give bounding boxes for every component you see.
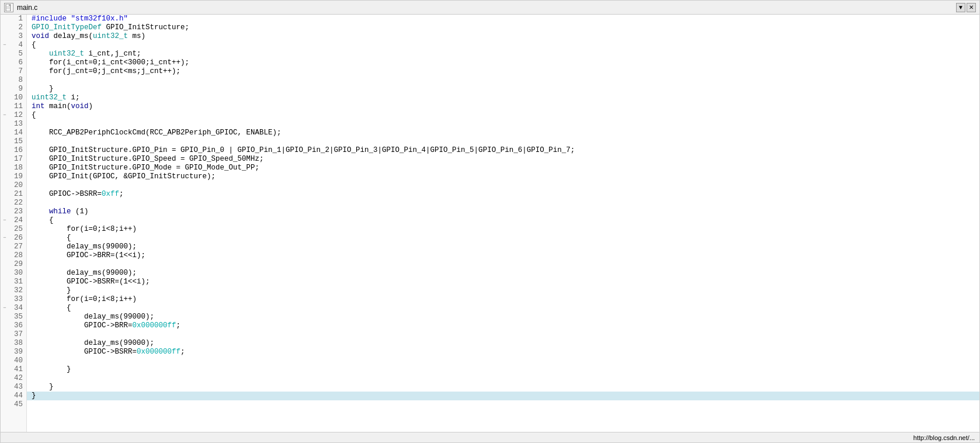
token-type: uint32_t <box>32 94 67 102</box>
line-number: 14 <box>1 129 26 137</box>
code-line: uint32_t i; <box>27 94 979 102</box>
token-plain: for(i_cnt=0;i_cnt<3000;i_cnt++); <box>32 58 189 67</box>
token-type: GPIO_InitTypeDef <box>32 23 102 32</box>
line-number: 17 <box>1 155 26 164</box>
code-line: GPIOC->BRR=0x000000ff; <box>27 321 979 330</box>
token-plain: delay_ms(99000); <box>32 243 137 251</box>
token-plain: ; <box>176 321 181 330</box>
line-number: −26 <box>1 234 26 243</box>
token-plain: GPIOC->BSRR= <box>32 348 137 357</box>
token-plain: { <box>32 41 36 50</box>
fold-icon[interactable]: − <box>2 43 8 49</box>
token-plain: } <box>32 286 71 295</box>
token-pp: #include "stm32f10x.h" <box>32 15 128 23</box>
token-plain: GPIO_InitStructure.GPIO_Pin = GPIO_Pin_0… <box>32 146 575 155</box>
code-line: } <box>27 85 979 94</box>
line-number: 39 <box>1 348 26 357</box>
line-number: 15 <box>1 137 26 146</box>
svg-rect-1 <box>9 4 11 6</box>
line-number: −12 <box>1 111 26 120</box>
code-area: 123−4567891011−121314151617181920212223−… <box>1 15 979 432</box>
line-number: 43 <box>1 383 26 392</box>
token-plain: GPIOC->BSRR=(1<<i); <box>32 278 150 286</box>
token-num: 0xff <box>102 190 119 199</box>
line-number: 25 <box>1 225 26 234</box>
line-number: 23 <box>1 207 26 216</box>
token-plain: GPIOC->BRR= <box>32 321 133 330</box>
line-number: 42 <box>1 374 26 383</box>
code-line: { <box>27 216 979 225</box>
token-plain: delay_ms(99000); <box>32 313 154 321</box>
line-number: −24 <box>1 216 26 225</box>
token-plain: GPIO_InitStructure; <box>102 23 189 32</box>
line-number: 1 <box>1 15 26 23</box>
code-line: { <box>27 304 979 313</box>
token-type: uint32_t <box>93 32 128 41</box>
line-number: 41 <box>1 365 26 374</box>
line-number: 40 <box>1 357 26 365</box>
code-line: delay_ms(99000); <box>27 339 979 348</box>
code-line: { <box>27 41 979 50</box>
code-line: uint32_t i_cnt,j_cnt; <box>27 50 979 58</box>
code-line: delay_ms(99000); <box>27 269 979 278</box>
token-kw: int <box>32 102 45 111</box>
token-plain <box>32 207 49 216</box>
code-line: GPIO_Init(GPIOC, &GPIO_InitStructure); <box>27 172 979 181</box>
fold-icon[interactable]: − <box>2 113 8 119</box>
token-plain: ) <box>89 102 93 111</box>
token-plain: for(i=0;i<8;i++) <box>32 225 137 234</box>
token-plain: GPIOC->BRR=(1<<i); <box>32 251 145 260</box>
code-line: GPIOC->BSRR=(1<<i); <box>27 278 979 286</box>
token-plain: } <box>32 392 36 400</box>
code-line: } <box>27 392 979 400</box>
line-number: 19 <box>1 172 26 181</box>
line-number: 29 <box>1 260 26 269</box>
token-plain: main( <box>45 102 71 111</box>
code-line: GPIOC->BSRR=0x000000ff; <box>27 348 979 357</box>
token-plain: } <box>32 383 54 392</box>
line-number: 20 <box>1 181 26 190</box>
code-line: delay_ms(99000); <box>27 243 979 251</box>
code-line <box>27 374 979 383</box>
code-line: while (1) <box>27 207 979 216</box>
line-number: 32 <box>1 286 26 295</box>
line-number: 35 <box>1 313 26 321</box>
line-number: 16 <box>1 146 26 155</box>
line-number: 5 <box>1 50 26 58</box>
token-kw: void <box>71 102 89 111</box>
line-number: 9 <box>1 85 26 94</box>
dropdown-btn[interactable]: ▼ <box>956 3 965 12</box>
code-line: } <box>27 365 979 374</box>
fold-icon[interactable]: − <box>2 306 8 312</box>
close-btn[interactable]: ✕ <box>967 3 976 12</box>
line-number: 2 <box>1 23 26 32</box>
code-line <box>27 76 979 85</box>
token-plain: RCC_APB2PeriphClockCmd(RCC_APB2Periph_GP… <box>32 129 282 137</box>
token-plain: (1) <box>71 207 89 216</box>
line-number: 27 <box>1 243 26 251</box>
title-bar-left: main.c <box>4 3 37 12</box>
fold-icon[interactable]: − <box>2 236 8 241</box>
file-icon <box>4 3 13 12</box>
code-line <box>27 120 979 129</box>
code-line <box>27 181 979 190</box>
line-number: 31 <box>1 278 26 286</box>
code-content[interactable]: #include "stm32f10x.h"GPIO_InitTypeDef G… <box>27 15 979 432</box>
fold-icon[interactable]: − <box>2 218 8 224</box>
line-number: 33 <box>1 295 26 304</box>
code-line: GPIO_InitStructure.GPIO_Pin = GPIO_Pin_0… <box>27 146 979 155</box>
token-plain: GPIO_InitStructure.GPIO_Mode = GPIO_Mode… <box>32 164 259 172</box>
token-plain: } <box>32 85 54 94</box>
line-number: 11 <box>1 102 26 111</box>
code-line: int main(void) <box>27 102 979 111</box>
line-number: 21 <box>1 190 26 199</box>
code-line: GPIO_InitTypeDef GPIO_InitStructure; <box>27 23 979 32</box>
token-plain: delay_ms(99000); <box>32 269 137 278</box>
file-title: main.c <box>17 4 37 12</box>
token-plain: ; <box>180 348 185 357</box>
title-bar-controls: ▼ ✕ <box>956 3 976 12</box>
line-number: 3 <box>1 32 26 41</box>
title-bar: main.c ▼ ✕ <box>1 1 979 15</box>
code-line <box>27 357 979 365</box>
code-line: for(i=0;i<8;i++) <box>27 295 979 304</box>
